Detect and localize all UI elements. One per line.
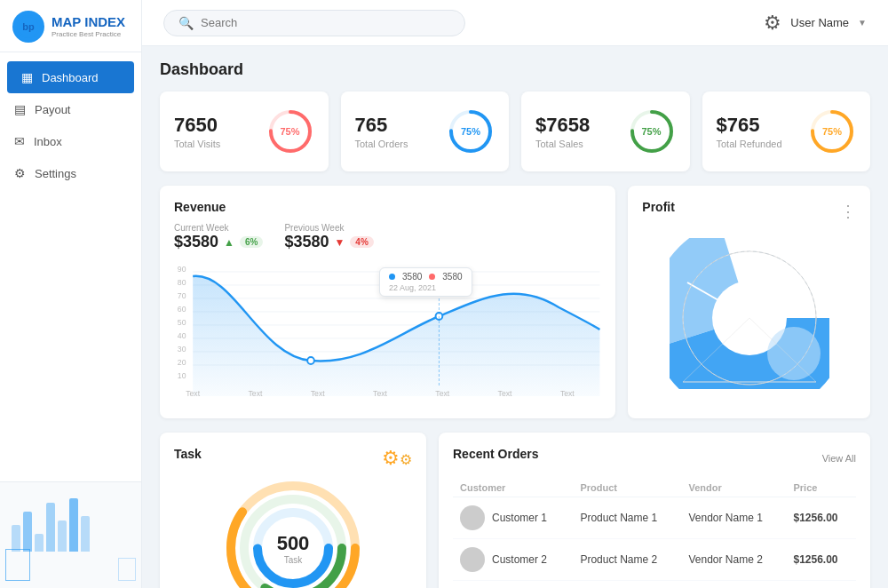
user-area: ⚙ User Name ▼ xyxy=(764,12,867,35)
view-all-button[interactable]: View All xyxy=(822,453,856,464)
svg-text:80: 80 xyxy=(178,278,186,287)
sidebar-nav: ▦ Dashboard ▤ Payout ✉ Inbox ⚙ Settings xyxy=(0,52,141,481)
current-week-stat: Current Week $3580 ▲ 6% xyxy=(174,223,263,251)
svg-text:50: 50 xyxy=(178,318,186,327)
revenue-card: Revenue Current Week $3580 ▲ 6% Previous… xyxy=(160,186,615,418)
orders-col-header: Product xyxy=(573,479,681,497)
task-card: Task ⚙⚙ xyxy=(160,433,426,588)
donut-label: Task xyxy=(277,555,310,565)
svg-text:Text: Text xyxy=(311,389,325,398)
sidebar-item-settings[interactable]: ⚙ Settings xyxy=(0,157,141,189)
chart-tooltip: 3580 3580 22 Aug, 2021 xyxy=(379,267,472,297)
avatar xyxy=(460,547,485,572)
circle-text: 75% xyxy=(461,126,480,137)
sidebar-item-label: Inbox xyxy=(34,135,62,148)
mini-chart xyxy=(7,489,134,556)
vendor-cell: Vendor Name 1 xyxy=(681,497,786,539)
stat-info: $765 Total Refunded xyxy=(717,114,782,149)
header: 🔍 ⚙ User Name ▼ xyxy=(142,0,888,46)
stat-card-orders: 765 Total Orders 75% xyxy=(341,91,510,171)
stat-card-refunded: $765 Total Refunded 75% xyxy=(702,91,871,171)
sidebar-preview xyxy=(0,481,141,588)
svg-text:Text: Text xyxy=(560,389,575,398)
svg-text:90: 90 xyxy=(178,265,186,274)
stat-label: Total Refunded xyxy=(717,139,782,149)
circle-text: 75% xyxy=(822,126,842,137)
svg-text:20: 20 xyxy=(178,358,186,367)
orders-table: CustomerProductVendorPrice Customer 1 Pr… xyxy=(453,479,856,588)
sidebar-item-inbox[interactable]: ✉ Inbox xyxy=(0,125,141,157)
profit-card: Profit ⋮ xyxy=(628,186,870,418)
stat-info: $7658 Total Sales xyxy=(535,114,590,149)
svg-text:Text: Text xyxy=(498,389,512,398)
prev-badge: 4% xyxy=(350,236,373,248)
svg-text:60: 60 xyxy=(178,305,186,314)
sidebar-item-label: Payout xyxy=(35,103,70,116)
stat-value: $765 xyxy=(717,114,782,137)
tooltip-date: 22 Aug, 2021 xyxy=(389,283,463,292)
prev-week-stat: Previous Week $3580 ▼ 4% xyxy=(284,223,373,251)
customer-cell: Customer 1 xyxy=(453,497,573,539)
circle-progress: 75% xyxy=(628,107,676,155)
more-options-icon[interactable]: ⋮ xyxy=(840,202,856,221)
revenue-stats: Current Week $3580 ▲ 6% Previous Week $3… xyxy=(174,223,601,251)
donut-center: 500 Task xyxy=(277,532,310,565)
customer-cell: Customer 2 xyxy=(453,539,573,581)
svg-text:70: 70 xyxy=(178,291,186,300)
stats-row: 7650 Total Visits 75% 765 Total Orders 7… xyxy=(160,91,870,171)
tooltip-dots: 3580 3580 xyxy=(389,272,463,282)
dashboard-icon: ▦ xyxy=(21,70,33,84)
stat-value: 765 xyxy=(355,114,408,137)
svg-text:40: 40 xyxy=(178,331,186,340)
stat-value: 7650 xyxy=(174,114,220,137)
task-header: Task ⚙⚙ xyxy=(174,447,412,470)
inbox-icon: ✉ xyxy=(14,134,25,148)
circle-progress: 75% xyxy=(447,107,495,155)
svg-text:Text: Text xyxy=(186,389,200,398)
svg-text:bp: bp xyxy=(22,21,35,32)
logo-text: MAP INDEX Practice Best Practice xyxy=(52,15,125,38)
price-cell: $1256.00 xyxy=(786,497,856,539)
logo-subtitle: Practice Best Practice xyxy=(52,30,125,38)
task-gear-icon: ⚙⚙ xyxy=(382,447,412,470)
settings-gear-icon[interactable]: ⚙ xyxy=(764,12,781,35)
search-input[interactable] xyxy=(201,16,449,29)
main-content: 🔍 ⚙ User Name ▼ Dashboard 7650 Total Vis… xyxy=(142,0,888,588)
search-icon: 🔍 xyxy=(178,16,194,30)
logo-icon: bp xyxy=(12,11,44,43)
logo-title: MAP INDEX xyxy=(52,15,125,30)
customer-name: Customer 2 xyxy=(492,553,547,566)
customer-cell: Customer 3 xyxy=(453,581,573,589)
stat-label: Total Visits xyxy=(174,139,220,149)
sidebar-item-payout[interactable]: ▤ Payout xyxy=(0,93,141,125)
table-row: Customer 3 Product Name 3 Vendor Name 3 … xyxy=(453,581,856,589)
current-badge: 6% xyxy=(240,236,263,248)
revenue-title: Revenue xyxy=(174,200,601,214)
vendor-cell: Vendor Name 2 xyxy=(681,539,786,581)
svg-point-45 xyxy=(767,327,821,380)
line-chart-wrap: 90 80 70 60 50 40 30 20 10 xyxy=(174,258,601,404)
sidebar: bp MAP INDEX Practice Best Practice ▦ Da… xyxy=(0,0,142,588)
donut-value: 500 xyxy=(277,532,310,555)
bottom-row: Task ⚙⚙ xyxy=(160,433,870,588)
price-cell: $1256.00 xyxy=(786,539,856,581)
orders-col-header: Price xyxy=(786,479,856,497)
charts-row: Revenue Current Week $3580 ▲ 6% Previous… xyxy=(160,186,870,418)
product-cell: Product Name 3 xyxy=(573,581,681,589)
circle-progress: 75% xyxy=(266,107,314,155)
user-name-label: User Name xyxy=(790,16,849,29)
sidebar-item-label: Settings xyxy=(35,167,76,180)
stat-label: Total Sales xyxy=(535,139,590,149)
search-bar[interactable]: 🔍 xyxy=(163,10,465,36)
sidebar-item-dashboard[interactable]: ▦ Dashboard xyxy=(7,61,134,93)
stat-info: 765 Total Orders xyxy=(355,114,408,149)
price-cell: $1256.00 xyxy=(786,581,856,589)
product-cell: Product Name 2 xyxy=(573,539,681,581)
tooltip-val2: 3580 xyxy=(442,272,462,282)
orders-card: Recent Orders View All CustomerProductVe… xyxy=(439,433,870,588)
tooltip-dot-1 xyxy=(389,274,395,280)
stat-value: $7658 xyxy=(535,114,590,137)
tooltip-dot-2 xyxy=(429,274,435,280)
chevron-down-icon: ▼ xyxy=(858,18,867,28)
vendor-cell: Vendor Name 3 xyxy=(681,581,786,589)
